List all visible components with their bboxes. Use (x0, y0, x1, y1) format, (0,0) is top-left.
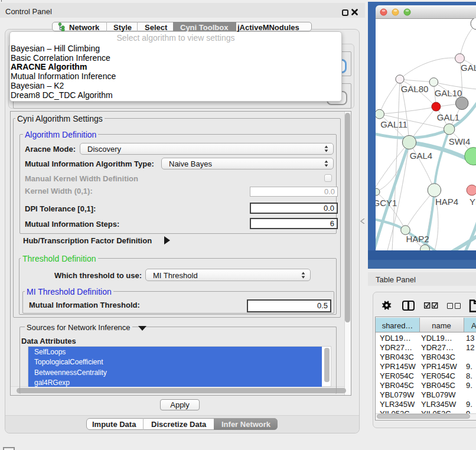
svg-text:HAP4: HAP4 (435, 197, 458, 207)
svg-text:GAL80: GAL80 (401, 84, 429, 94)
svg-text:GAL10: GAL10 (435, 88, 462, 98)
svg-text:GAL7: GAL7 (461, 63, 476, 73)
svg-text:GCY1: GCY1 (376, 198, 397, 208)
svg-text:YM: YM (470, 197, 476, 207)
svg-text:GAL11: GAL11 (380, 119, 407, 129)
svg-text:SWI4: SWI4 (449, 136, 471, 146)
svg-text:GAL4: GAL4 (410, 151, 432, 161)
svg-text:HAP2: HAP2 (406, 234, 429, 244)
svg-text:GAL1: GAL1 (437, 112, 459, 122)
